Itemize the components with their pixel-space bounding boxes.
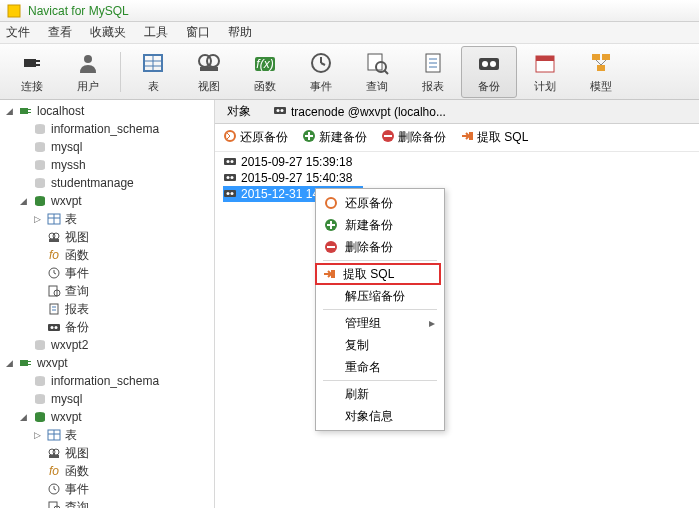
svg-line-16 [321,63,325,65]
svg-rect-103 [274,107,286,114]
node-view[interactable]: 视图 [0,228,214,246]
view-icon [46,446,62,460]
separator [323,309,437,310]
plug-icon [18,49,46,77]
node-event[interactable]: 事件 [0,264,214,282]
menu-help[interactable]: 帮助 [228,24,252,41]
collapse-icon[interactable]: ◢ [4,106,15,117]
db-wxvpt[interactable]: ◢wxvpt [0,192,214,210]
tool-user[interactable]: 用户 [60,46,116,98]
connection-localhost[interactable]: ◢localhost [0,102,214,120]
database-icon [32,410,48,424]
separator [323,260,437,261]
view-icon [195,49,223,77]
connection-tree[interactable]: ◢localhost information_schema mysql myss… [0,100,215,508]
chevron-right-icon: ▸ [429,316,441,330]
action-restore[interactable]: 还原备份 [223,129,288,146]
tool-backup[interactable]: 备份 [461,46,517,98]
menu-file[interactable]: 文件 [6,24,30,41]
db-mysql[interactable]: mysql [0,138,214,156]
user-icon [74,49,102,77]
tool-event[interactable]: 事件 [293,46,349,98]
function-icon: fo [46,464,62,478]
tool-view[interactable]: 视图 [181,46,237,98]
node-function-2[interactable]: fo函数 [0,462,214,480]
db-information-schema[interactable]: information_schema [0,120,214,138]
menu-favorites[interactable]: 收藏夹 [90,24,126,41]
tool-model[interactable]: 模型 [573,46,629,98]
tape-icon [46,320,62,334]
tool-query[interactable]: 查询 [349,46,405,98]
node-report[interactable]: 报表 [0,300,214,318]
tab-tracenode[interactable]: tracenode @wxvpt (localho... [267,102,452,121]
backup-item[interactable]: 2015-09-27 15:39:18 [223,154,691,170]
svg-point-84 [35,418,45,422]
svg-line-33 [601,60,606,65]
svg-rect-116 [224,174,236,181]
node-query[interactable]: 查询 [0,282,214,300]
node-function[interactable]: fo函数 [0,246,214,264]
backup-item[interactable]: 2015-09-27 15:40:38 [223,170,691,186]
svg-line-94 [54,489,56,490]
action-extract[interactable]: 提取 SQL [460,129,528,146]
tool-schedule[interactable]: 计划 [517,46,573,98]
menu-view[interactable]: 查看 [48,24,72,41]
action-delete[interactable]: 删除备份 [381,129,446,146]
node-query-2[interactable]: 查询 [0,498,214,508]
db-wxvpt2[interactable]: wxvpt2 [0,336,214,354]
node-view-2[interactable]: 视图 [0,444,214,462]
plus-icon [302,129,316,146]
menu-tools[interactable]: 工具 [144,24,168,41]
ctx-uncompress[interactable]: 解压缩备份 [319,285,441,307]
menu-bar: 文件 查看 收藏夹 工具 窗口 帮助 [0,22,699,44]
ctx-extract-sql[interactable]: 提取 SQL [315,263,441,285]
ctx-refresh[interactable]: 刷新 [319,383,441,405]
model-icon [587,49,615,77]
connection-wxvpt[interactable]: ◢wxvpt [0,354,214,372]
node-table[interactable]: ▷表 [0,210,214,228]
svg-point-105 [281,109,284,112]
db-information-schema-2[interactable]: information_schema [0,372,214,390]
tool-table[interactable]: 表 [125,46,181,98]
expand-icon[interactable]: ▷ [32,214,43,225]
svg-rect-90 [49,455,59,458]
svg-point-51 [35,202,45,206]
collapse-icon[interactable]: ◢ [18,196,29,207]
query-icon [46,500,62,508]
collapse-icon[interactable]: ◢ [4,358,15,369]
plug-icon [18,356,34,370]
tool-report[interactable]: 报表 [405,46,461,98]
svg-rect-73 [20,360,28,366]
svg-point-10 [207,55,219,67]
ctx-objinfo[interactable]: 对象信息 [319,405,441,427]
svg-point-89 [53,449,59,455]
tab-objects[interactable]: 对象 [221,101,257,122]
clock-icon [46,482,62,496]
expand-icon[interactable]: ▷ [32,430,43,441]
db-studentmanage[interactable]: studentmanage [0,174,214,192]
action-new[interactable]: 新建备份 [302,129,367,146]
ctx-new[interactable]: 新建备份 [319,214,441,236]
collapse-icon[interactable]: ◢ [18,412,29,423]
content-pane: 对象 tracenode @wxvpt (localho... 还原备份 新建备… [215,100,699,508]
ctx-rename[interactable]: 重命名 [319,356,441,378]
db-myssh[interactable]: myssh [0,156,214,174]
db-wxvpt-2[interactable]: ◢wxvpt [0,408,214,426]
svg-rect-95 [49,502,57,508]
backup-list[interactable]: 2015-09-27 15:39:18 2015-09-27 15:40:38 … [215,152,699,508]
tool-function[interactable]: f(x)函数 [237,46,293,98]
menu-window[interactable]: 窗口 [186,24,210,41]
node-table-2[interactable]: ▷表 [0,426,214,444]
db-mysql-2[interactable]: mysql [0,390,214,408]
svg-point-39 [35,130,45,134]
ctx-delete[interactable]: 删除备份 [319,236,441,258]
ctx-managegroup[interactable]: 管理组▸ [319,312,441,334]
window-title: Navicat for MySQL [28,4,129,18]
ctx-restore[interactable]: 还原备份 [319,192,441,214]
tool-connect[interactable]: 连接 [4,46,60,98]
svg-rect-29 [592,54,600,60]
svg-text:fo: fo [49,249,59,261]
node-event-2[interactable]: 事件 [0,480,214,498]
ctx-copy[interactable]: 复制 [319,334,441,356]
node-backup[interactable]: 备份 [0,318,214,336]
